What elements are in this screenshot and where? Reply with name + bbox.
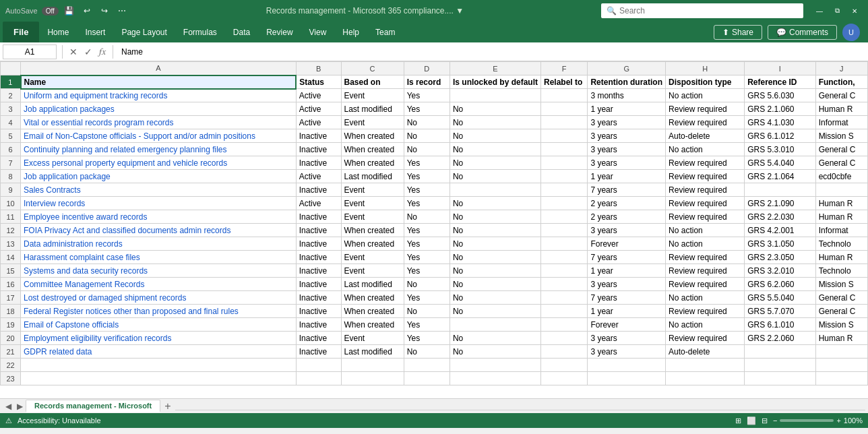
table-cell[interactable]	[21, 359, 297, 372]
row-number[interactable]: 13	[1, 237, 21, 251]
table-cell[interactable]: Sales Contracts	[21, 183, 297, 197]
add-sheet-button[interactable]: +	[160, 400, 175, 412]
undo-icon[interactable]: ↩	[80, 4, 94, 18]
row-number[interactable]: 18	[1, 305, 21, 318]
autosave-toggle[interactable]: Off	[42, 7, 59, 16]
table-cell[interactable]: No	[404, 210, 450, 224]
header-cell[interactable]: Based on	[341, 75, 404, 89]
table-cell[interactable]: Active	[296, 197, 341, 210]
table-cell[interactable]: Continuity planning and related emergenc…	[21, 143, 297, 156]
col-header-f[interactable]: F	[540, 62, 587, 75]
row-number[interactable]: 21	[1, 345, 21, 359]
table-cell[interactable]: No	[450, 305, 540, 318]
table-cell[interactable]: Inactive	[296, 237, 341, 251]
table-cell[interactable]: Event	[341, 264, 404, 278]
table-cell[interactable]: Inactive	[296, 251, 341, 264]
table-cell[interactable]: No	[450, 156, 540, 170]
table-cell[interactable]: Yes	[404, 170, 450, 183]
table-cell[interactable]: No	[450, 264, 540, 278]
table-cell[interactable]: No	[450, 291, 540, 305]
col-header-j[interactable]: J	[815, 62, 867, 75]
table-cell[interactable]	[815, 183, 867, 197]
row-number[interactable]: 19	[1, 318, 21, 332]
table-cell[interactable]	[540, 332, 587, 345]
restore-button[interactable]: ⧉	[829, 3, 845, 19]
table-cell[interactable]: 3 years	[588, 278, 666, 291]
col-header-i[interactable]: I	[745, 62, 815, 75]
table-cell[interactable]: Event	[341, 197, 404, 210]
table-cell[interactable]	[745, 372, 815, 385]
table-cell[interactable]: No	[450, 345, 540, 359]
table-cell[interactable]	[540, 372, 587, 385]
table-cell[interactable]: Inactive	[296, 278, 341, 291]
table-cell[interactable]: Uniform and equipment tracking records	[21, 89, 297, 102]
table-cell[interactable]: No	[450, 332, 540, 345]
table-cell[interactable]	[540, 264, 587, 278]
table-cell[interactable]: 3 years	[588, 156, 666, 170]
view-page-break-icon[interactable]: ⊟	[762, 416, 768, 425]
table-cell[interactable]: Job application packages	[21, 102, 297, 116]
table-cell[interactable]: Inactive	[296, 224, 341, 237]
tab-formulas[interactable]: Formulas	[175, 22, 225, 42]
header-cell[interactable]: Disposition type	[666, 75, 745, 89]
table-cell[interactable]	[540, 143, 587, 156]
row-number[interactable]: 1	[1, 75, 21, 89]
row-number[interactable]: 7	[1, 156, 21, 170]
table-cell[interactable]: Job application package	[21, 170, 297, 183]
table-cell[interactable]: Mission S	[815, 318, 867, 332]
table-cell[interactable]: Active	[296, 170, 341, 183]
tab-help[interactable]: Help	[334, 22, 367, 42]
table-cell[interactable]: Event	[341, 210, 404, 224]
table-cell[interactable]	[540, 210, 587, 224]
table-cell[interactable]: Interview records	[21, 197, 297, 210]
col-header-b[interactable]: B	[296, 62, 341, 75]
table-cell[interactable]: GRS 2.2.060	[745, 332, 815, 345]
table-cell[interactable]: Yes	[404, 291, 450, 305]
table-cell[interactable]	[404, 359, 450, 372]
table-cell[interactable]: Active	[296, 89, 341, 102]
table-cell[interactable]	[540, 89, 587, 102]
table-cell[interactable]: Event	[341, 116, 404, 129]
zoom-slider[interactable]	[780, 419, 834, 422]
table-cell[interactable]: When created	[341, 318, 404, 332]
table-cell[interactable]: Yes	[404, 197, 450, 210]
table-cell[interactable]	[540, 129, 587, 143]
table-cell[interactable]	[341, 372, 404, 385]
table-cell[interactable]: General C	[815, 305, 867, 318]
table-cell[interactable]: No action	[666, 318, 745, 332]
table-cell[interactable]	[745, 359, 815, 372]
table-cell[interactable]: Yes	[404, 332, 450, 345]
save-icon[interactable]: 💾	[63, 4, 76, 18]
table-cell[interactable]: Review required	[666, 251, 745, 264]
col-header-d[interactable]: D	[404, 62, 450, 75]
formula-content[interactable]: Name	[119, 46, 865, 58]
table-cell[interactable]: Systems and data security records	[21, 264, 297, 278]
col-header-a[interactable]: A	[21, 62, 297, 75]
table-cell[interactable]: 3 years	[588, 129, 666, 143]
table-cell[interactable]: Yes	[404, 89, 450, 102]
row-number[interactable]: 2	[1, 89, 21, 102]
header-cell[interactable]: Status	[296, 75, 341, 89]
table-cell[interactable]: Mission S	[815, 129, 867, 143]
row-number[interactable]: 23	[1, 372, 21, 385]
table-cell[interactable]	[815, 372, 867, 385]
zoom-in-icon[interactable]: +	[836, 416, 840, 425]
table-cell[interactable]	[588, 372, 666, 385]
table-cell[interactable]: No	[450, 129, 540, 143]
table-cell[interactable]: No	[404, 278, 450, 291]
table-cell[interactable]: Email of Capstone officials	[21, 318, 297, 332]
table-cell[interactable]: General C	[815, 156, 867, 170]
table-cell[interactable]: Vital or essential records program recor…	[21, 116, 297, 129]
header-cell[interactable]: Retention duration	[588, 75, 666, 89]
table-cell[interactable]: Excess personal property equipment and v…	[21, 156, 297, 170]
table-cell[interactable]: No	[450, 197, 540, 210]
col-header-g[interactable]: G	[588, 62, 666, 75]
table-cell[interactable]: Yes	[404, 156, 450, 170]
table-cell[interactable]: No	[450, 224, 540, 237]
table-cell[interactable]: No	[450, 278, 540, 291]
table-cell[interactable]: Inactive	[296, 264, 341, 278]
view-layout-icon[interactable]: ⬜	[747, 416, 756, 425]
row-number[interactable]: 17	[1, 291, 21, 305]
table-cell[interactable]: Inactive	[296, 210, 341, 224]
table-cell[interactable]: Inactive	[296, 143, 341, 156]
